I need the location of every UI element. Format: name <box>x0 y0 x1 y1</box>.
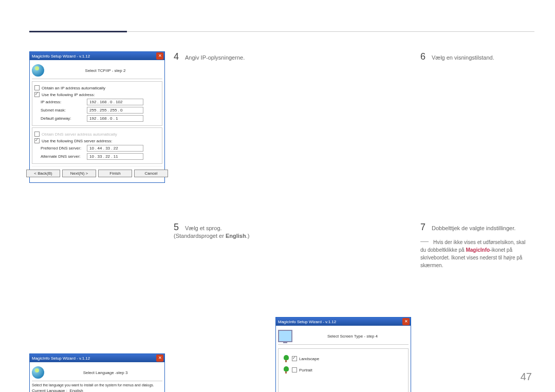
monitor-icon <box>278 330 292 342</box>
close-icon[interactable]: ✕ <box>156 354 163 362</box>
tree-icon <box>283 355 290 362</box>
finish-button[interactable]: Finish <box>98 170 132 177</box>
header-accent <box>29 31 127 32</box>
step-5-num: 5 <box>174 222 179 232</box>
wizard-language: MagicInfo Setup Wizard - v.1.12✕ Select … <box>29 353 165 392</box>
step-6-num: 6 <box>420 51 425 62</box>
pref-dns-input[interactable]: 10 . 44 . 33 . 22 <box>87 145 143 152</box>
wizard-screentype: MagicInfo Setup Wizard - v.1.12✕ Select … <box>275 317 411 392</box>
wizard-tcpip: MagicInfo Setup Wizard - v.1.12✕ Select … <box>29 51 165 183</box>
step-7-note: Hvis der ikke vises et udførselsikon, sk… <box>420 238 528 269</box>
gateway-input[interactable]: 192 . 168 . 0 . 1 <box>87 115 143 122</box>
dash-icon <box>420 238 429 242</box>
titlebar[interactable]: MagicInfo Setup Wizard - v.1.12✕ <box>30 354 164 362</box>
next-button[interactable]: Next(N) > <box>62 170 96 177</box>
subnet-input[interactable]: 255 . 255 . 255 . 0 <box>87 107 143 114</box>
alt-dns-input[interactable]: 10 . 33 . 22 . 11 <box>87 153 143 160</box>
step-4-num: 4 <box>174 51 179 62</box>
panel-title: Select TCP/IP - step 2 <box>48 68 162 73</box>
tree-icon <box>283 366 290 374</box>
header-rule <box>127 31 534 32</box>
step-7-instruction: 7Dobbelttjek de valgte indstillinger. <box>420 222 533 233</box>
close-icon[interactable]: ✕ <box>402 318 410 325</box>
step-6-instruction: 6Vælg en visningstilstand. <box>420 51 523 62</box>
step-5-instruction: 5Vælg et sprog. (Standardsproget er Engl… <box>174 222 266 239</box>
ip-input[interactable]: 192 . 168 . 0 . 102 <box>87 99 143 105</box>
cancel-button[interactable]: Cancel <box>134 170 168 177</box>
checkbox-auto-dns <box>34 132 40 137</box>
lang-desc: Select the language you want to install … <box>32 383 162 387</box>
page-number: 47 <box>521 371 532 383</box>
checkbox-auto-ip[interactable] <box>34 85 40 90</box>
globe-icon <box>32 64 44 77</box>
titlebar[interactable]: MagicInfo Setup Wizard - v.1.12✕ <box>30 52 164 60</box>
titlebar[interactable]: MagicInfo Setup Wizard - v.1.12✕ <box>276 318 411 326</box>
checkbox-use-ip[interactable] <box>34 92 40 97</box>
checkbox-landscape[interactable] <box>292 356 297 361</box>
step-4-instruction: 4Angiv IP-oplysningerne. <box>174 51 266 62</box>
back-button[interactable]: < Back(B) <box>26 170 60 177</box>
panel-title: Select Screen Type - step 4 <box>297 334 409 339</box>
checkbox-use-dns[interactable] <box>34 138 40 143</box>
step-7-num: 7 <box>420 222 425 232</box>
panel-title: Select Language -step 3 <box>48 370 162 375</box>
checkbox-portrait[interactable] <box>292 367 297 372</box>
close-icon[interactable]: ✕ <box>156 52 163 60</box>
globe-icon <box>32 366 44 379</box>
